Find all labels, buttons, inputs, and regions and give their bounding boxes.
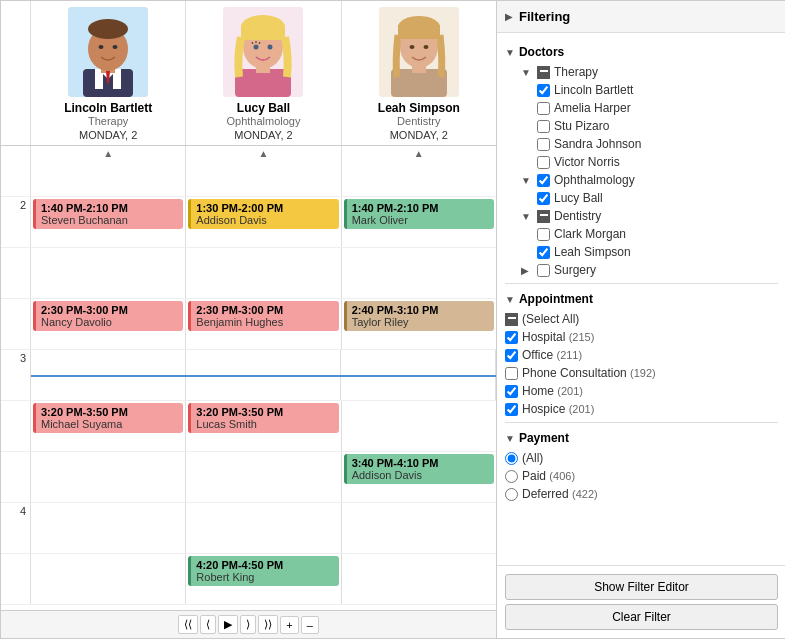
appointment-steven-buchanan[interactable]: 1:40 PM-2:10 PM Steven Buchanan xyxy=(33,199,183,229)
nav-zoom-out-button[interactable]: – xyxy=(301,616,319,634)
doctor-specialty-leah: Dentistry xyxy=(397,115,440,127)
nav-next-button[interactable]: ⟩ xyxy=(240,615,256,634)
payment-all-label: (All) xyxy=(522,451,543,465)
dentistry-toggle[interactable] xyxy=(521,211,533,222)
clark-morgan-checkbox[interactable] xyxy=(537,228,550,241)
cal-cell-lucy-420: 4:20 PM-4:50 PM Robert King xyxy=(186,554,341,604)
scroll-arrow-leah[interactable]: ▲ xyxy=(342,146,496,196)
show-filter-editor-button[interactable]: Show Filter Editor xyxy=(505,574,778,600)
nav-last-button[interactable]: ⟩⟩ xyxy=(258,615,278,634)
stu-pizaro-label: Stu Pizaro xyxy=(554,119,609,133)
ophthalmology-checkbox[interactable] xyxy=(537,174,550,187)
appointment-taylor-riley[interactable]: 2:40 PM-3:10 PM Taylor Riley xyxy=(344,301,494,331)
stu-pizaro-checkbox[interactable] xyxy=(537,120,550,133)
doctor-date-lucy: MONDAY, 2 xyxy=(234,129,292,141)
home-checkbox[interactable] xyxy=(505,385,518,398)
cal-cell-leah-1: 1:40 PM-2:10 PM Mark Oliver xyxy=(342,197,496,247)
therapy-checkbox[interactable] xyxy=(537,66,550,79)
payment-paid-radio[interactable] xyxy=(505,470,518,483)
ophthalmology-toggle[interactable] xyxy=(521,175,533,186)
time-label xyxy=(1,146,31,196)
dentistry-label: Dentistry xyxy=(554,209,601,223)
surgery-toggle[interactable] xyxy=(521,265,533,276)
ophthalmology-group-header: Ophthalmology xyxy=(505,171,778,189)
hospital-checkbox[interactable] xyxy=(505,331,518,344)
cal-cell-lucy-340 xyxy=(186,452,341,502)
avatar-lincoln xyxy=(68,7,148,97)
lincoln-bartlett-checkbox[interactable] xyxy=(537,84,550,97)
office-label: Office (211) xyxy=(522,348,582,362)
cal-cell-lincoln-340 xyxy=(31,452,186,502)
leah-simpson-label: Leah Simpson xyxy=(554,245,631,259)
select-all-checkbox[interactable] xyxy=(505,313,518,326)
clear-filter-button[interactable]: Clear Filter xyxy=(505,604,778,630)
stu-pizaro-item: Stu Pizaro xyxy=(505,117,778,135)
victor-norris-checkbox[interactable] xyxy=(537,156,550,169)
nav-zoom-in-button[interactable]: + xyxy=(280,616,298,634)
appointment-mark-oliver[interactable]: 1:40 PM-2:10 PM Mark Oliver xyxy=(344,199,494,229)
amelia-harper-label: Amelia Harper xyxy=(554,101,631,115)
svg-point-18 xyxy=(268,45,273,50)
appointment-robert-king[interactable]: 4:20 PM-4:50 PM Robert King xyxy=(188,556,338,586)
doctor-specialty-lincoln: Therapy xyxy=(88,115,128,127)
appointment-addison-davis-1[interactable]: 1:30 PM-2:00 PM Addison Davis xyxy=(188,199,338,229)
lucy-ball-checkbox[interactable] xyxy=(537,192,550,205)
appointment-nancy-davolio[interactable]: 2:30 PM-3:00 PM Nancy Davolio xyxy=(33,301,183,331)
filter-panel: ▶ Filtering Doctors Therapy xyxy=(497,1,785,638)
row-label-spacer xyxy=(1,1,31,145)
nav-first-button[interactable]: ⟨⟨ xyxy=(178,615,198,634)
payment-all-item: (All) xyxy=(505,449,778,467)
divider-2 xyxy=(505,422,778,423)
time-label-empty-340 xyxy=(1,452,31,502)
svg-point-17 xyxy=(254,45,259,50)
time-row-3-marker: 3 xyxy=(1,350,496,401)
payment-section-header[interactable]: Payment xyxy=(505,427,778,449)
navigation-bar: ⟨⟨ ⟨ ▶ ⟩ ⟩⟩ + – xyxy=(1,610,496,638)
phone-consultation-item: Phone Consultation (192) xyxy=(505,364,778,382)
appointment-michael-suyama[interactable]: 3:20 PM-3:50 PM Michael Suyama xyxy=(33,403,183,433)
scroll-arrow-lincoln[interactable]: ▲ xyxy=(31,146,186,196)
appointment-lucas-smith[interactable]: 3:20 PM-3:50 PM Lucas Smith xyxy=(188,403,338,433)
calendar-grid[interactable]: ▲ ▲ ▲ 2 1:40 PM-2:10 PM Steven Buchanan xyxy=(1,146,496,610)
cal-cell-empty-lincoln-1 xyxy=(31,248,186,298)
doctor-date-lincoln: MONDAY, 2 xyxy=(79,129,137,141)
scroll-arrow-lucy[interactable]: ▲ xyxy=(186,146,341,196)
doctors-section-header[interactable]: Doctors xyxy=(505,41,778,63)
doctor-column-lincoln: Lincoln Bartlett Therapy MONDAY, 2 xyxy=(31,1,186,145)
svg-rect-12 xyxy=(235,69,291,97)
nav-play-button[interactable]: ▶ xyxy=(218,615,238,634)
cal-cell-leah-4 xyxy=(342,503,496,553)
hospice-checkbox[interactable] xyxy=(505,403,518,416)
dentistry-checkbox[interactable] xyxy=(537,210,550,223)
doctor-column-lucy: Lucy Ball Ophthalmology MONDAY, 2 xyxy=(186,1,341,145)
time-row-340: 3:40 PM-4:10 PM Addison Davis xyxy=(1,452,496,503)
leah-simpson-checkbox[interactable] xyxy=(537,246,550,259)
payment-deferred-radio[interactable] xyxy=(505,488,518,501)
therapy-toggle[interactable] xyxy=(521,67,533,78)
nav-prev-button[interactable]: ⟨ xyxy=(200,615,216,634)
office-checkbox[interactable] xyxy=(505,349,518,362)
appointment-addison-davis-2[interactable]: 3:40 PM-4:10 PM Addison Davis xyxy=(344,454,494,484)
avatar-lucy xyxy=(223,7,303,97)
avatar-leah xyxy=(379,7,459,97)
filter-panel-inner: Doctors Therapy Lincoln Bartlett xyxy=(497,33,785,565)
sandra-johnson-checkbox[interactable] xyxy=(537,138,550,151)
hospital-label: Hospital (215) xyxy=(522,330,594,344)
time-label-4: 4 xyxy=(1,503,31,553)
amelia-harper-checkbox[interactable] xyxy=(537,102,550,115)
payment-section: Payment (All) Paid (406) Deferred (422) xyxy=(505,427,778,503)
svg-rect-24 xyxy=(398,25,440,39)
appointment-benjamin-hughes[interactable]: 2:30 PM-3:00 PM Benjamin Hughes xyxy=(188,301,338,331)
time-row-4: 4 xyxy=(1,503,496,554)
time-label-empty-420 xyxy=(1,554,31,604)
doctor-specialty-lucy: Ophthalmology xyxy=(226,115,300,127)
cal-cell-lincoln-2: 2:30 PM-3:00 PM Nancy Davolio xyxy=(31,299,186,349)
time-row-2: 2:30 PM-3:00 PM Nancy Davolio 2:30 PM-3:… xyxy=(1,299,496,350)
appointment-section-header[interactable]: Appointment xyxy=(505,288,778,310)
phone-consultation-checkbox[interactable] xyxy=(505,367,518,380)
cal-cell-lincoln-320: 3:20 PM-3:50 PM Michael Suyama xyxy=(31,401,186,451)
clark-morgan-item: Clark Morgan xyxy=(505,225,778,243)
payment-all-radio[interactable] xyxy=(505,452,518,465)
dentistry-group-header: Dentistry xyxy=(505,207,778,225)
surgery-checkbox[interactable] xyxy=(537,264,550,277)
